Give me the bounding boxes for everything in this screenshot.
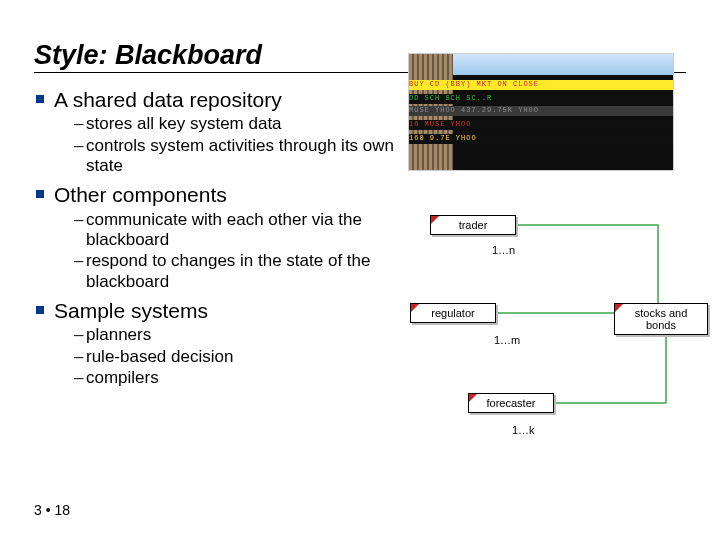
bullet-head-2: Other components [54,182,227,207]
diagram-connectors [408,215,710,475]
sub-3-3: compilers [86,368,159,388]
sub-2-1: communicate with each other via the blac… [86,210,394,251]
bullet-head-1: A shared data repository [54,87,282,112]
node-stocks: stocks and bonds [614,303,708,335]
dash-icon: – [74,325,86,345]
bullet-head-3: Sample systems [54,298,208,323]
bullet-icon [36,306,44,314]
node-regulator: regulator [410,303,496,323]
node-trader: trader [430,215,516,235]
stock-ticker-photo: BUY CD (BBY) MKT ON CLOSE DD SCH SCH SC.… [408,53,674,171]
ticker-row-2: DD SCH SCH SC..R [409,94,673,104]
dash-icon: – [74,114,86,134]
blackboard-diagram: trader regulator forecaster stocks and b… [408,215,710,475]
ticker-row-3: MUSE YHOO 437.29.75K YHOO [409,106,673,116]
sub-1-1: stores all key system data [86,114,282,134]
sub-2-2: respond to changes in the state of the b… [86,251,394,292]
bullet-icon [36,190,44,198]
slide-number: 3 • 18 [34,502,70,518]
dash-icon: – [74,251,86,271]
edge-label-1n: 1…n [492,244,515,256]
sub-3-1: planners [86,325,151,345]
dash-icon: – [74,347,86,367]
sub-1-2: controls system activities through its o… [86,136,394,177]
node-forecaster: forecaster [468,393,554,413]
edge-label-1k: 1…k [512,424,535,436]
dash-icon: – [74,210,86,230]
ticker-row-4: 16 MUSE YHOO [409,120,673,130]
bullet-icon [36,95,44,103]
dash-icon: – [74,136,86,156]
sub-3-2: rule-based decision [86,347,233,367]
ticker-row-1: BUY CD (BBY) MKT ON CLOSE [409,80,673,90]
dash-icon: – [74,368,86,388]
edge-label-1m: 1…m [494,334,520,346]
ticker-row-5: 160 9.7E YHOO [409,134,673,144]
